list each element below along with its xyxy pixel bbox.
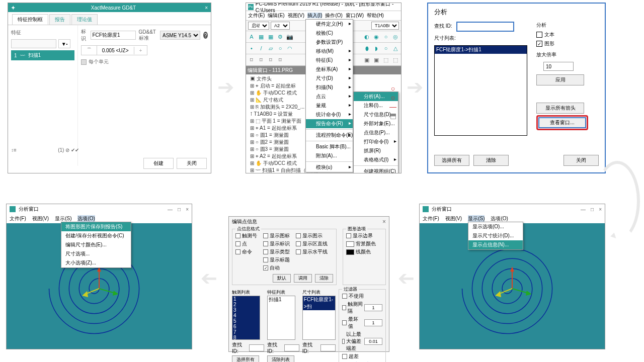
flow-curve-icon xyxy=(595,161,640,241)
close-button[interactable]: 关闭 xyxy=(177,158,207,169)
tab-nominal[interactable]: 理论值 xyxy=(71,14,98,25)
close-icon[interactable]: × xyxy=(205,5,208,11)
max-icon[interactable]: □ xyxy=(178,207,181,212)
flow-arrow-icon: ➔ xyxy=(407,75,424,99)
view-window-button[interactable]: 查看窗口... xyxy=(538,117,586,128)
item-label: 扫描1 xyxy=(28,52,41,59)
feature-item[interactable]: 1 〰 扫描1 xyxy=(11,50,74,60)
show-arrows-button[interactable]: 显示所有箭头 xyxy=(536,103,584,114)
tab-fcf[interactable]: 特征控制框 xyxy=(12,14,48,25)
id-label: 标识 xyxy=(81,28,88,42)
list-item[interactable]: FCF轮廓度1->扫描1 xyxy=(435,46,527,54)
filter-button[interactable]: ▼• xyxy=(58,39,70,48)
circle-icon[interactable]: ○ xyxy=(391,84,395,93)
hits-list[interactable]: 12345678 xyxy=(232,296,260,340)
sel-a2[interactable]: A2 xyxy=(271,22,290,30)
tabs: 特征控制框 报告 理论值 xyxy=(8,12,211,25)
clear-list-button[interactable]: 清除列表 xyxy=(267,355,294,362)
sel-tip[interactable]: T1A0B0 xyxy=(371,22,399,30)
checkbox-icon xyxy=(81,59,87,65)
clear-icon[interactable]: ⊘ xyxy=(65,147,69,153)
checkall-icon[interactable]: ✔✔ xyxy=(71,147,79,153)
mag-label: 放大倍率 xyxy=(536,51,588,58)
dim-list[interactable]: FCF轮廓度1->扫描1 xyxy=(434,45,527,136)
curve-icon: 〰 xyxy=(20,53,25,58)
options-menu[interactable]: 将图形图片保存到报告(S) 创建/保存分析视图命令(C)编辑尺寸颜色(E)...… xyxy=(61,222,131,268)
titlebar[interactable]: 分析窗口 —□× xyxy=(420,204,605,214)
point-info-item: 显示点信息(N)... xyxy=(468,240,523,249)
list-label: 尺寸列表: xyxy=(434,35,527,42)
close-button[interactable]: 关闭 xyxy=(564,155,599,166)
mag-input[interactable] xyxy=(543,62,574,71)
a-icon[interactable]: A xyxy=(247,32,256,41)
display-menu[interactable]: 显示选项(O)...显示尺寸统计(D)...显示点信息(N)... xyxy=(468,222,523,250)
menubar[interactable]: 文件(F)视图(V)显示(S)选项(O) 将图形图片保存到报告(S) 创建/保存… xyxy=(7,214,192,223)
edit-point-info-dialog: 编辑点信息 × 点信息格式 触测号 点 命令 显示图标 显示标识 显示类型 显示… xyxy=(228,216,389,352)
min-icon[interactable]: — xyxy=(168,207,173,212)
text-check[interactable]: 文本 xyxy=(536,31,588,38)
find-input[interactable] xyxy=(456,22,514,32)
create-button[interactable]: 创建 xyxy=(143,158,174,169)
dim-list[interactable]: FCF轮廓度1->扫 xyxy=(302,296,336,340)
per-unit-check[interactable]: 每个单元 xyxy=(81,58,208,65)
app-icon: Pc xyxy=(248,4,254,10)
select-all-button[interactable]: 选择所有 xyxy=(232,355,259,362)
app-icon xyxy=(423,206,429,212)
gdt-label: GD&&T 标准 xyxy=(139,29,157,42)
logo-icon: ✦ xyxy=(11,5,15,11)
report-cmd-item: 报告命令(R) xyxy=(306,119,353,128)
analysis-window-left: 分析窗口 —□× 文件(F)视图(V)显示(S)选项(O) 将图形图片保存到报告… xyxy=(6,204,192,349)
camera-icon[interactable]: 📷 xyxy=(285,32,294,41)
save-graphic-item: 将图形图片保存到报告(S) xyxy=(61,222,131,231)
point-format-group: 点信息格式 触测号 点 命令 显示图标 显示标识 显示类型 显示标题 ✓自动 显… xyxy=(232,229,337,285)
titlebar[interactable]: Pc PC-DMIS Premium 2019 R1 (release) - 脱… xyxy=(246,3,401,11)
analysis-dialog: 分析 查找 ID: 尺寸列表: FCF轮廓度1->扫描1 分析 文本 ✓图形 放… xyxy=(427,3,606,173)
dialog-title: 分析 xyxy=(434,8,599,17)
id-input[interactable] xyxy=(91,31,136,40)
tol-plus[interactable]: + xyxy=(134,47,147,54)
close-icon[interactable]: × xyxy=(186,207,189,212)
titlebar[interactable]: 分析窗口 —□× xyxy=(7,204,192,214)
sort-icon[interactable]: ↕≡ xyxy=(11,147,17,153)
xactmeasure-window: ✦ XactMeasure GD&T × 特征控制框 报告 理论值 特征 ▼• … xyxy=(8,3,211,173)
apply-button[interactable]: 应用 xyxy=(536,74,584,85)
select-all-button[interactable]: 选择所有 xyxy=(434,155,469,166)
default-button[interactable]: 默认 xyxy=(273,274,291,283)
flow-arrow-icon: ➔ xyxy=(200,266,217,290)
clear-button[interactable]: 清除 xyxy=(473,155,509,166)
gdt-select[interactable]: ASME Y14.5 xyxy=(160,31,200,40)
titlebar[interactable]: 编辑点信息 × xyxy=(229,217,389,227)
gear-icon[interactable]: ⚙ xyxy=(276,32,285,41)
flow-arrow-icon: ➔ xyxy=(397,266,415,290)
features-label: 特征 xyxy=(11,28,74,37)
graphic-options-group: 图形选项 显示边界 背景颜色 线颜色 xyxy=(343,229,386,285)
find-dim-input[interactable] xyxy=(320,344,336,351)
recall-button[interactable]: 调用 xyxy=(294,274,312,283)
insert-menu[interactable]: 硬件定义(H)校验(C)参数设置(P)移动(M)特征(E)坐标系(A)尺寸(D)… xyxy=(305,19,353,172)
titlebar[interactable]: ✦ XactMeasure GD&T × xyxy=(8,3,211,12)
tol-value: 0.005 <UZ> xyxy=(97,47,134,54)
pcdmis-window: Pc PC-DMIS Premium 2019 R1 (release) - 脱… xyxy=(246,3,401,173)
help-icon[interactable]: ? xyxy=(203,32,208,39)
grid-icon[interactable]: ▦ xyxy=(257,32,266,41)
flow-arrow-icon: ➔ xyxy=(217,75,234,99)
feature-list[interactable]: 扫描1 xyxy=(267,296,295,340)
menubar[interactable]: 文件(F)视图(V)显示(S)选项(O) 显示选项(O)...显示尺寸统计(D)… xyxy=(420,214,605,223)
search-input[interactable] xyxy=(11,39,56,48)
analysis-window-right: 分析窗口 —□× 文件(F)视图(V)显示(S)选项(O) 显示选项(O)...… xyxy=(419,204,605,349)
max-icon[interactable]: □ xyxy=(591,207,594,212)
tolerance-box[interactable]: ⌒ 0.005 <UZ> + xyxy=(81,45,148,55)
graph-check[interactable]: ✓图形 xyxy=(536,40,588,47)
clear-button[interactable]: 清除 xyxy=(315,274,333,283)
find-hit-input[interactable] xyxy=(249,344,264,351)
sel-startup[interactable]: 启动 xyxy=(248,22,269,30)
highlight: 查看窗口... xyxy=(536,115,588,130)
close-icon[interactable]: × xyxy=(382,218,386,225)
count: (1) xyxy=(58,147,64,153)
tab-report[interactable]: 报告 xyxy=(49,14,70,25)
min-icon[interactable]: — xyxy=(581,207,586,212)
tol-symbol: ⌒ xyxy=(82,46,97,55)
analysis-group: 分析 xyxy=(536,22,588,29)
find-feat-input[interactable] xyxy=(284,344,299,351)
title: PC-DMIS Premium 2019 R1 (release) - 脱机 -… xyxy=(256,3,399,13)
